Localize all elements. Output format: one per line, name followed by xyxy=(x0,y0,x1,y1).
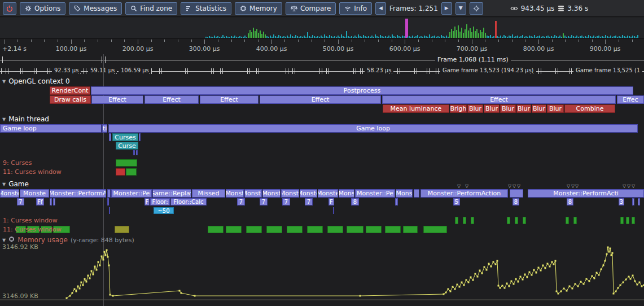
frame-bar[interactable] xyxy=(255,31,256,38)
zone[interactable] xyxy=(109,207,110,214)
frame-bar[interactable] xyxy=(336,37,337,38)
frame-bar[interactable] xyxy=(292,36,293,38)
frame-bar[interactable] xyxy=(514,37,515,38)
frame-bar[interactable] xyxy=(583,37,584,38)
frame-bar[interactable] xyxy=(212,37,213,38)
zone[interactable] xyxy=(566,217,569,224)
zone[interactable]: 8 xyxy=(351,198,359,206)
frame-bar[interactable] xyxy=(338,36,339,38)
frame-bar[interactable] xyxy=(370,37,371,38)
frame-bar[interactable] xyxy=(624,36,625,38)
frame-bar[interactable] xyxy=(475,31,476,38)
zone[interactable]: Monste xyxy=(318,189,338,198)
frame-bar[interactable] xyxy=(268,37,269,38)
frame-bar[interactable] xyxy=(353,37,354,38)
message-marker-icon[interactable]: ▽ xyxy=(457,184,461,189)
zone[interactable]: Blur xyxy=(484,104,500,113)
zone[interactable]: Brigh xyxy=(450,104,467,113)
frame-bar[interactable] xyxy=(585,36,586,38)
frame-bar[interactable] xyxy=(431,37,432,38)
frame-bar[interactable] xyxy=(275,36,276,38)
frame-bar[interactable] xyxy=(568,36,569,38)
next-frame-button[interactable]: ▶ xyxy=(441,2,452,15)
zone[interactable]: ti xyxy=(102,124,107,133)
zone[interactable]: 8 xyxy=(567,198,573,206)
zone[interactable]: Blur xyxy=(500,104,516,113)
frame-bar[interactable] xyxy=(541,37,542,38)
frame-bar[interactable] xyxy=(529,36,530,38)
frame-bar[interactable] xyxy=(233,37,234,38)
frame-bar[interactable] xyxy=(278,35,279,38)
frame-bar[interactable] xyxy=(554,35,555,38)
frame-bar[interactable] xyxy=(368,36,369,38)
frame-bar[interactable] xyxy=(536,37,537,38)
frame-bar[interactable] xyxy=(217,36,218,38)
frame-bar[interactable] xyxy=(617,37,618,38)
message-marker-icon[interactable]: ▽ xyxy=(567,184,570,189)
frame-bar[interactable] xyxy=(327,37,328,38)
options-button[interactable]: Options xyxy=(20,2,65,15)
frame-bar[interactable] xyxy=(437,36,439,38)
frame-bar[interactable] xyxy=(360,36,361,38)
zone[interactable]: Mons xyxy=(339,189,354,198)
zone[interactable]: F xyxy=(144,198,150,206)
frame-bar[interactable] xyxy=(436,37,437,38)
frame-bar[interactable] xyxy=(334,36,335,38)
zone[interactable]: Effect xyxy=(91,95,143,104)
frame-bar[interactable] xyxy=(214,36,215,38)
frame-bar[interactable] xyxy=(551,36,552,38)
subframe-label[interactable]: 106.59 µs xyxy=(119,67,151,73)
frame-bar[interactable] xyxy=(227,37,229,38)
frame-bar[interactable] xyxy=(603,37,604,38)
frame-bar[interactable] xyxy=(515,36,516,38)
zone[interactable]: Monste xyxy=(20,189,49,198)
frame-bar[interactable] xyxy=(520,36,522,38)
zone[interactable] xyxy=(109,133,111,141)
frame-bar[interactable] xyxy=(343,36,344,38)
message-marker-icon[interactable]: ▽ xyxy=(571,184,575,189)
power-button[interactable] xyxy=(3,2,16,15)
section-header-memory-usage[interactable]: ▼Memory usage(y-range: 848 bytes) xyxy=(2,236,134,244)
frame-bar[interactable] xyxy=(493,36,494,38)
frame-bar[interactable] xyxy=(432,36,433,38)
frame-bar[interactable] xyxy=(542,36,544,38)
frame-bar[interactable] xyxy=(341,34,342,38)
zone[interactable] xyxy=(626,217,629,224)
frame-bar[interactable] xyxy=(410,37,411,38)
zone[interactable]: Effect xyxy=(144,95,199,104)
frame-bar[interactable] xyxy=(619,36,620,38)
frame-bar[interactable] xyxy=(321,36,322,38)
frame-bar[interactable] xyxy=(280,36,281,38)
frame-bar[interactable] xyxy=(590,36,591,38)
frame-bar[interactable] xyxy=(351,36,352,38)
frame-bar[interactable] xyxy=(404,36,405,38)
zone[interactable] xyxy=(133,150,135,155)
frame-bar[interactable] xyxy=(375,34,376,38)
frame-bar[interactable] xyxy=(632,36,633,38)
frame-bar[interactable] xyxy=(231,36,232,38)
frame-bar[interactable] xyxy=(600,37,601,38)
frame-bar[interactable] xyxy=(439,37,440,38)
zone[interactable]: 7 xyxy=(237,198,245,206)
zone[interactable] xyxy=(333,207,334,214)
frame-bar[interactable] xyxy=(441,35,442,38)
frame-bar[interactable] xyxy=(395,37,396,38)
frame-bar[interactable] xyxy=(238,37,239,38)
frame-bar[interactable] xyxy=(263,32,264,38)
frame-bar[interactable] xyxy=(588,35,589,38)
frame-bar[interactable] xyxy=(595,37,596,38)
zone[interactable] xyxy=(116,159,137,167)
frame-bar[interactable] xyxy=(407,37,408,38)
frame-label[interactable]: Frame 1,068 (1.11 ms) xyxy=(435,56,511,63)
zone[interactable]: 7 xyxy=(260,198,268,206)
frame-bar[interactable] xyxy=(454,27,455,38)
zone[interactable]: Blur xyxy=(516,104,531,113)
zone[interactable]: Effect xyxy=(200,95,259,104)
frame-bar[interactable] xyxy=(346,31,347,38)
frame-bar[interactable] xyxy=(627,36,628,38)
frame-bar[interactable] xyxy=(453,31,454,38)
zone[interactable]: Monster::PerformA xyxy=(50,189,106,198)
frame-bar[interactable] xyxy=(373,37,374,38)
frame-bar[interactable] xyxy=(564,36,566,38)
frame-bar[interactable] xyxy=(573,36,574,38)
